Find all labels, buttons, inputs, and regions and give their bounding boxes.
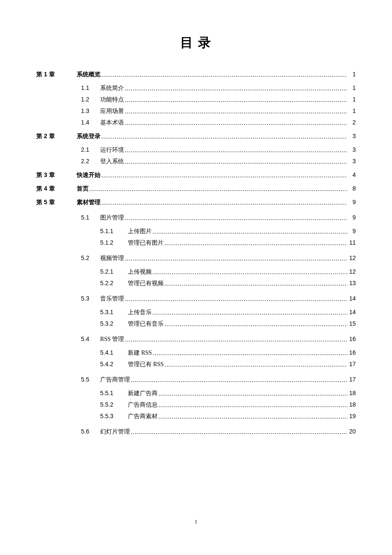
toc-chapter-number: 第 4 章 (36, 185, 77, 193)
toc-entry: 5.5.2广告商信息18 (100, 401, 356, 409)
toc-title: 目 录 (36, 34, 356, 52)
toc-leader-dots (153, 228, 347, 235)
toc-page-number: 3 (348, 146, 356, 153)
toc-page-number: 4 (348, 171, 356, 178)
toc-leader-dots (101, 133, 347, 140)
toc-entry: 5.4.1新建 RSS16 (100, 349, 356, 357)
toc-entry: 1.4基本术语2 (81, 119, 356, 127)
toc-subsection-title: 广告商信息 (128, 401, 158, 409)
toc-leader-dots (125, 255, 347, 262)
toc-entry: 5.2.1上传视频12 (100, 268, 356, 276)
toc-section-title: 应用场景 (100, 107, 124, 115)
toc-entry: 5.2视频管理12 (81, 254, 356, 262)
toc-subsection-number: 5.1.1 (100, 228, 128, 234)
toc-subsection-title: 新建广告商 (128, 390, 158, 397)
toc-section-number: 5.4 (81, 335, 100, 342)
toc-section-number: 5.2 (81, 254, 100, 261)
toc-section-title: 音乐管理 (100, 295, 124, 303)
toc-entry: 5.3音乐管理14 (81, 295, 356, 303)
toc-page-number: 11 (348, 239, 356, 246)
toc-chapter-number: 第 2 章 (36, 133, 77, 140)
toc-entry: 5.1.1上传图片9 (100, 228, 356, 235)
toc-subsection-number: 5.5.2 (100, 401, 128, 408)
toc-entry: 5.3.1上传音乐14 (100, 309, 356, 316)
toc-section-title: 视频管理 (100, 254, 124, 262)
toc-section-title: 幻灯片管理 (100, 428, 130, 436)
toc-leader-dots (164, 321, 347, 328)
toc-chapter-number: 第 3 章 (36, 171, 77, 179)
toc-chapter-title: 首页 (77, 185, 89, 193)
toc-subsection-title: 上传音乐 (128, 309, 152, 316)
toc-page-number: 12 (348, 254, 356, 261)
toc-leader-dots (153, 309, 347, 316)
toc-leader-dots (101, 199, 347, 206)
toc-section-title: 系统简介 (100, 84, 124, 92)
toc-page-number: 9 (348, 214, 356, 221)
toc-page-number: 16 (348, 335, 356, 342)
toc-chapter-title: 系统登录 (77, 133, 101, 140)
toc-page-number: 17 (348, 361, 356, 367)
toc-page-number: 1 (348, 96, 356, 103)
toc-entry: 1.1系统简介1 (81, 84, 356, 92)
toc-leader-dots (101, 172, 347, 179)
toc-leader-dots (153, 269, 347, 276)
toc-leader-dots (125, 147, 347, 154)
toc-entry: 5.3.2管理已有音乐15 (100, 320, 356, 328)
toc-section-title: 广告商管理 (100, 376, 130, 384)
toc-entry: 5.1.2管理已有图片11 (100, 239, 356, 247)
toc-entry: 5.6幻灯片管理20 (81, 428, 356, 436)
toc-subsection-number: 5.1.2 (100, 239, 128, 246)
toc-section-number: 1.1 (81, 84, 100, 91)
toc-page-number: 2 (348, 119, 356, 126)
toc-page: 目 录 第 1 章系统概览11.1系统简介11.2功能特点11.3应用场景11.… (0, 0, 392, 457)
toc-section-title: 图片管理 (100, 214, 124, 222)
toc-entry: 第 3 章快速开始4 (36, 171, 356, 179)
toc-page-number: 3 (348, 133, 356, 139)
toc-page-number: 12 (348, 268, 356, 275)
toc-section-number: 5.5 (81, 376, 100, 383)
toc-leader-dots (125, 296, 347, 303)
toc-entry: 5.5.1新建广告商18 (100, 390, 356, 397)
toc-subsection-number: 5.4.1 (100, 349, 128, 356)
toc-entry: 5.4RSS 管理16 (81, 335, 356, 343)
toc-chapter-title: 系统概览 (77, 71, 101, 78)
toc-subsection-title: 管理已有 RSS (128, 361, 164, 368)
toc-subsection-number: 5.5.3 (100, 413, 128, 419)
toc-subsection-number: 5.3.1 (100, 309, 128, 315)
toc-subsection-number: 5.3.2 (100, 320, 128, 327)
toc-leader-dots (125, 108, 347, 115)
toc-section-number: 1.3 (81, 107, 100, 114)
toc-leader-dots (159, 390, 347, 397)
toc-subsection-title: 上传视频 (128, 268, 152, 276)
toc-chapter-title: 素材管理 (77, 199, 101, 206)
toc-entry: 第 2 章系统登录3 (36, 133, 356, 140)
toc-body: 第 1 章系统概览11.1系统简介11.2功能特点11.3应用场景11.4基本术… (36, 71, 356, 436)
toc-subsection-title: 广告商素材 (128, 413, 158, 420)
toc-entry: 5.4.2管理已有 RSS17 (100, 361, 356, 368)
toc-entry: 1.3应用场景1 (81, 107, 356, 115)
toc-section-title: 基本术语 (100, 119, 124, 127)
toc-page-number: 16 (348, 349, 356, 356)
toc-section-title: RSS 管理 (100, 335, 124, 343)
toc-leader-dots (153, 350, 347, 357)
toc-section-title: 运行环境 (100, 146, 124, 154)
toc-section-number: 1.2 (81, 96, 100, 103)
toc-subsection-title: 管理已有视频 (128, 280, 164, 287)
page-number-footer: I (0, 519, 392, 525)
toc-leader-dots (125, 215, 347, 222)
toc-leader-dots (125, 85, 347, 92)
toc-section-number: 2.2 (81, 158, 100, 165)
toc-leader-dots (125, 336, 347, 343)
toc-subsection-number: 5.2.1 (100, 268, 128, 275)
toc-leader-dots (159, 402, 347, 409)
toc-chapter-title: 快速开始 (77, 171, 101, 179)
toc-entry: 2.1运行环境3 (81, 146, 356, 154)
toc-page-number: 14 (348, 295, 356, 302)
toc-leader-dots (164, 361, 347, 368)
toc-leader-dots (131, 429, 347, 436)
toc-leader-dots (89, 186, 347, 193)
toc-section-number: 5.3 (81, 295, 100, 302)
toc-chapter-number: 第 5 章 (36, 199, 77, 206)
toc-entry: 第 4 章首页8 (36, 185, 356, 193)
toc-subsection-number: 5.5.1 (100, 390, 128, 396)
